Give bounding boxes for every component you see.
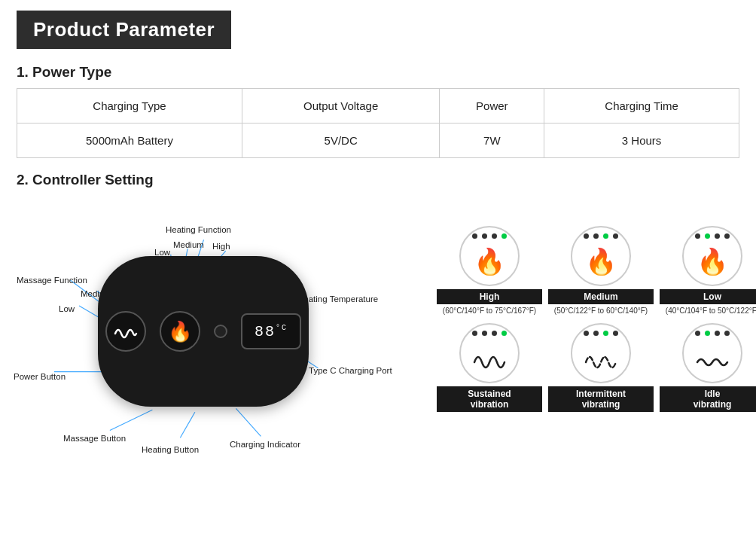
dots-sustained — [461, 331, 518, 336]
val-output-voltage: 5V/DC — [242, 124, 440, 158]
charging-indicator-icon — [214, 325, 227, 338]
icon-circle-sustained — [459, 323, 520, 383]
wave-svg-intermittent — [584, 349, 617, 371]
label-low: Low — [660, 289, 756, 304]
dot2 — [705, 233, 710, 239]
dot4 — [501, 233, 507, 239]
dot1 — [472, 331, 477, 336]
dot1 — [695, 233, 700, 239]
label-idle: Idle vibrating — [660, 386, 756, 412]
icon-cell-idle: Idle vibrating — [660, 323, 756, 412]
page-title: Product Parameter — [17, 11, 231, 49]
col-charging-type: Charging Type — [17, 89, 242, 124]
dot3 — [715, 233, 720, 239]
icons-grid: 🔥 High (60°C/140°F to 75°C/167°F) 🔥 Medi… — [437, 226, 756, 412]
dots-low — [684, 233, 741, 239]
dot2 — [482, 331, 487, 336]
dot1 — [472, 233, 477, 239]
icon-cell-sustained: Sustained vibration — [437, 323, 542, 412]
dot3 — [492, 331, 497, 336]
label-massage-function: Massage Function — [17, 275, 87, 286]
label-heating-temp: Heating Temperature — [297, 294, 378, 305]
dot1 — [695, 331, 700, 336]
dot2 — [593, 331, 599, 336]
wave-svg — [114, 323, 138, 340]
svg-line-13 — [236, 408, 261, 436]
label-medium: Medium — [548, 289, 654, 304]
icon-cell-intermittent: Intermittent vibrating — [548, 323, 654, 412]
icon-cell-low: 🔥 Low (40°C/104°F to 50°C/122°F) — [660, 226, 756, 316]
display-text: 88 — [255, 323, 276, 340]
svg-line-12 — [180, 412, 194, 438]
power-table: Charging Type Output Voltage Power Charg… — [17, 88, 739, 158]
label-sustained: Sustained vibration — [437, 386, 542, 412]
val-charging-type: 5000mAh Battery — [17, 124, 242, 158]
val-charging-time: 3 Hours — [544, 124, 739, 158]
dot3 — [603, 233, 608, 239]
flame-medium: 🔥 — [585, 246, 617, 276]
dot2 — [705, 331, 710, 336]
section-controller-title: 2. Controller Setting — [17, 172, 739, 188]
label-high: High — [437, 289, 542, 304]
icon-circle-high: 🔥 — [459, 226, 520, 286]
dot4 — [724, 331, 730, 336]
header-title-wrapper: Product Parameter — [0, 0, 756, 56]
dot1 — [584, 233, 589, 239]
col-power: Power — [440, 89, 544, 124]
icon-circle-idle — [682, 323, 742, 383]
val-power: 7W — [440, 124, 544, 158]
flame-symbol: 🔥 — [168, 320, 192, 343]
dots-intermittent — [572, 331, 629, 336]
col-charging-time: Charging Time — [544, 89, 739, 124]
svg-line-11 — [110, 410, 152, 430]
icon-cell-medium: 🔥 Medium (50°C/122°F to 60°C/140°F) — [548, 226, 654, 316]
label-heating-function: Heating Function — [166, 224, 231, 236]
wave-svg-sustained — [473, 349, 506, 371]
icon-circle-intermittent — [571, 323, 631, 383]
label-massage-button: Massage Button — [63, 433, 126, 444]
section-power-title: 1. Power Type — [17, 64, 739, 81]
icon-cell-high: 🔥 High (60°C/140°F to 75°C/167°F) — [437, 226, 542, 316]
label-heating-button: Heating Button — [142, 444, 199, 456]
dots-medium — [572, 233, 629, 239]
dot4 — [501, 331, 507, 336]
dot2 — [482, 233, 487, 239]
icon-circle-medium: 🔥 — [571, 226, 631, 286]
controller-section: Heating Function Medium Low High Massage… — [8, 196, 748, 474]
device-diagram: Heating Function Medium Low High Massage… — [8, 196, 429, 474]
col-output-voltage: Output Voltage — [242, 89, 440, 124]
sublabel-low: (40°C/104°F to 50°C/122°F) — [666, 306, 756, 316]
celsius-symbol: °C — [276, 324, 288, 332]
dot2 — [593, 233, 599, 239]
label-power-button: Power Button — [14, 371, 66, 383]
sublabel-medium: (50°C/122°F to 60°C/140°F) — [554, 306, 648, 316]
label-low-left: Low — [59, 303, 75, 315]
dot4 — [613, 233, 618, 239]
dot3 — [603, 331, 608, 336]
label-medium-top: Medium — [173, 239, 204, 251]
dot1 — [584, 331, 589, 336]
label-type-c: Type C Charging Port — [309, 365, 392, 377]
temperature-display: 88 °C — [241, 313, 301, 349]
label-charging-indicator: Charging Indicator — [230, 439, 300, 450]
dot3 — [492, 233, 497, 239]
wave-svg-idle — [696, 349, 729, 371]
sublabel-high: (60°C/140°F to 75°C/167°F) — [443, 306, 536, 316]
massage-button-icon[interactable] — [105, 311, 146, 352]
dot3 — [715, 331, 720, 336]
device-body: 🔥 88 °C — [98, 256, 309, 407]
dot4 — [613, 331, 618, 336]
label-high-right: High — [212, 241, 230, 252]
flame-low: 🔥 — [697, 246, 728, 276]
label-intermittent: Intermittent vibrating — [548, 386, 654, 412]
dot4 — [724, 233, 730, 239]
dots-high — [461, 233, 518, 239]
icon-circle-low: 🔥 — [682, 226, 742, 286]
flame-high: 🔥 — [474, 246, 505, 276]
dots-idle — [684, 331, 741, 336]
heating-button-icon[interactable]: 🔥 — [160, 311, 200, 352]
